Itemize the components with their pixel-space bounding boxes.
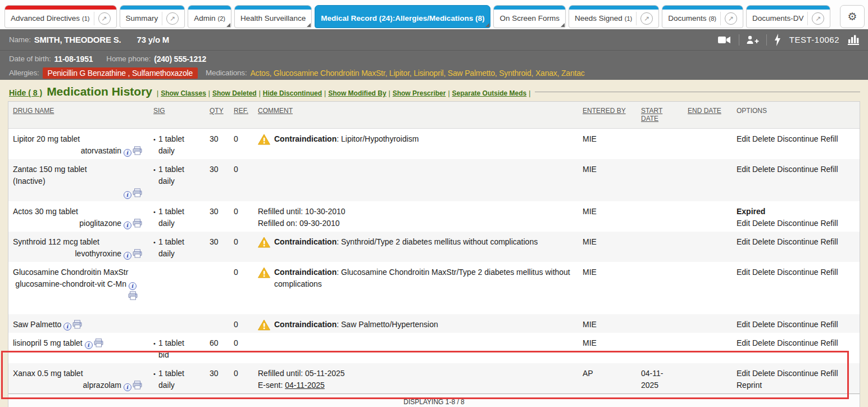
- video-camera-icon[interactable]: [718, 35, 731, 44]
- col-comment[interactable]: COMMENT: [253, 102, 578, 128]
- show-classes-link[interactable]: Show Classes: [157, 89, 206, 97]
- drug-info-icon[interactable]: i: [124, 149, 131, 157]
- hide-discontinued-link[interactable]: Hide Discontinued: [259, 89, 322, 97]
- tab-documents-dv[interactable]: Documents-DV ↗: [746, 5, 831, 28]
- tab-dropdown-caret-icon[interactable]: [561, 23, 565, 27]
- drug-info-icon[interactable]: i: [63, 323, 71, 331]
- col-drug-name[interactable]: DRUG NAME: [8, 102, 149, 128]
- tab-dropdown-caret-icon[interactable]: [226, 23, 230, 27]
- print-icon[interactable]: [133, 381, 142, 390]
- table-row: Actos 30 mg tablet pioglitazonei 1 table…: [8, 201, 860, 232]
- displaying-count: DISPLAYING 1-8 / 8: [403, 398, 465, 406]
- tab-dropdown-caret-icon[interactable]: [307, 23, 311, 27]
- tab-dropdown-caret-icon[interactable]: [485, 23, 489, 27]
- hide-link[interactable]: Hide ( 8 ): [9, 88, 42, 97]
- tab-count: (1): [82, 15, 89, 22]
- row-options[interactable]: Edit Delete Discontinue Refill: [732, 159, 856, 201]
- tab-label: On Screen Forms: [499, 14, 560, 22]
- row-options[interactable]: Edit Delete Discontinue Refill: [732, 232, 856, 262]
- allergies-badge[interactable]: Penicillin G Benzathine , Sulfamethoxazo…: [43, 67, 198, 79]
- col-ref[interactable]: REF.: [229, 102, 253, 128]
- comment-text: : Saw Palmetto/Hypertension: [337, 320, 438, 329]
- col-entered-by[interactable]: ENTERED BY: [578, 102, 637, 128]
- tab-color-bar: [569, 6, 658, 10]
- sig-frequency: daily: [158, 379, 184, 391]
- entered-by: AP: [578, 363, 637, 394]
- medications-list[interactable]: Actos, Glucosamine Chondroitin MaxStr, L…: [250, 69, 584, 78]
- section-title: Medication History: [47, 85, 152, 98]
- tab-summary[interactable]: Summary ↗: [120, 5, 185, 28]
- drug-info-icon[interactable]: i: [124, 191, 131, 199]
- drug-name: Glucosamine Chondroitin MaxStr: [13, 266, 135, 278]
- row-options[interactable]: Edit Delete Discontinue Refill: [732, 129, 856, 159]
- tab-needs-signed[interactable]: Needs Signed (1) ↗: [569, 5, 659, 28]
- tab-on-screen-forms[interactable]: On Screen Forms: [493, 5, 566, 28]
- show-deleted-link[interactable]: Show Deleted: [208, 89, 257, 97]
- ref-value: 0: [229, 232, 253, 262]
- lightning-bolt-icon[interactable]: [774, 34, 781, 46]
- reprint-option[interactable]: Reprint: [737, 379, 853, 391]
- tab-advanced-directives[interactable]: Advanced Directives (1) ↗: [4, 5, 117, 28]
- tab-admin[interactable]: Admin (2): [188, 5, 231, 28]
- drug-info-icon[interactable]: i: [85, 341, 93, 349]
- tab-medical-record-active[interactable]: Medical Record (24):Allergies/Medication…: [315, 5, 490, 28]
- tab-health-surveillance[interactable]: Health Surveillance: [234, 5, 312, 28]
- add-person-icon[interactable]: [747, 35, 759, 44]
- row-options[interactable]: Edit Delete Discontinue Refill: [732, 333, 856, 363]
- open-in-new-window-icon[interactable]: ↗: [812, 12, 824, 25]
- tab-label: Documents: [668, 14, 706, 22]
- col-options: OPTIONS: [732, 102, 856, 128]
- sig-bullet: [153, 133, 158, 157]
- qty-value: 30: [205, 159, 229, 201]
- row-options[interactable]: Edit Delete Discontinue Refill: [732, 314, 856, 333]
- bar-chart-icon[interactable]: [848, 35, 859, 45]
- tab-documents[interactable]: Documents (8) ↗: [662, 5, 743, 28]
- col-qty[interactable]: QTY: [205, 102, 229, 128]
- open-in-new-window-icon[interactable]: ↗: [98, 12, 111, 25]
- settings-gear-button[interactable]: ⚙: [840, 5, 865, 28]
- esent-date-link[interactable]: 04-11-2025: [285, 381, 325, 390]
- row-options[interactable]: Edit Delete Discontinue Refill: [737, 368, 853, 379]
- col-start-date[interactable]: START DATE: [637, 102, 683, 128]
- sig-frequency: daily: [158, 248, 184, 260]
- row-options[interactable]: Edit Delete Discontinue Refill: [732, 262, 856, 314]
- col-sig[interactable]: SIG: [149, 102, 205, 128]
- print-icon[interactable]: [133, 249, 142, 258]
- col-end-date[interactable]: END DATE: [683, 102, 732, 128]
- drug-info-icon[interactable]: i: [124, 252, 131, 260]
- drug-info-icon[interactable]: i: [129, 282, 137, 290]
- ref-value: 0: [229, 333, 253, 363]
- open-in-new-window-icon[interactable]: ↗: [640, 12, 653, 25]
- row-options[interactable]: Edit Delete Discontinue Refill: [737, 218, 853, 229]
- print-icon[interactable]: [133, 219, 142, 228]
- patient-name: SMITH, THEODORE S.: [34, 35, 121, 44]
- entered-by: MIE: [578, 232, 637, 262]
- warning-icon: [258, 267, 270, 278]
- end-date: [683, 159, 732, 201]
- show-modified-by-link[interactable]: Show Modified By: [324, 89, 386, 97]
- print-icon[interactable]: [128, 291, 138, 300]
- medication-history-links: Show Classes Show Deleted Hide Discontin…: [157, 89, 530, 97]
- end-date: [683, 201, 732, 232]
- print-icon[interactable]: [133, 188, 142, 197]
- print-icon[interactable]: [133, 146, 142, 155]
- show-prescriber-link[interactable]: Show Prescriber: [389, 89, 446, 97]
- drug-info-icon[interactable]: i: [124, 383, 131, 391]
- sig-dose: 1 tablet: [158, 206, 184, 218]
- drug-name: Xanax 0.5 mg tablet: [13, 368, 135, 379]
- tab-label: Summary: [126, 14, 158, 22]
- medication-history-table: DRUG NAME SIG QTY REF. COMMENT ENTERED B…: [8, 101, 860, 407]
- start-date: [637, 159, 683, 201]
- separate-outside-meds-link[interactable]: Separate Outside Meds: [448, 89, 526, 97]
- print-icon[interactable]: [94, 338, 103, 347]
- drug-status: (Inactive): [13, 175, 135, 187]
- generic-name: alprazolam: [83, 381, 121, 390]
- drug-info-icon[interactable]: i: [124, 221, 131, 229]
- open-in-new-window-icon[interactable]: ↗: [166, 12, 179, 25]
- comment-text: : Lipitor/Hypothyroidism: [337, 134, 419, 143]
- print-icon[interactable]: [72, 320, 82, 329]
- dob-label: Date of birth:: [9, 55, 51, 63]
- allergies-label: Allergies:: [9, 69, 39, 77]
- tab-color-bar: [188, 6, 231, 10]
- open-in-new-window-icon[interactable]: ↗: [725, 12, 737, 25]
